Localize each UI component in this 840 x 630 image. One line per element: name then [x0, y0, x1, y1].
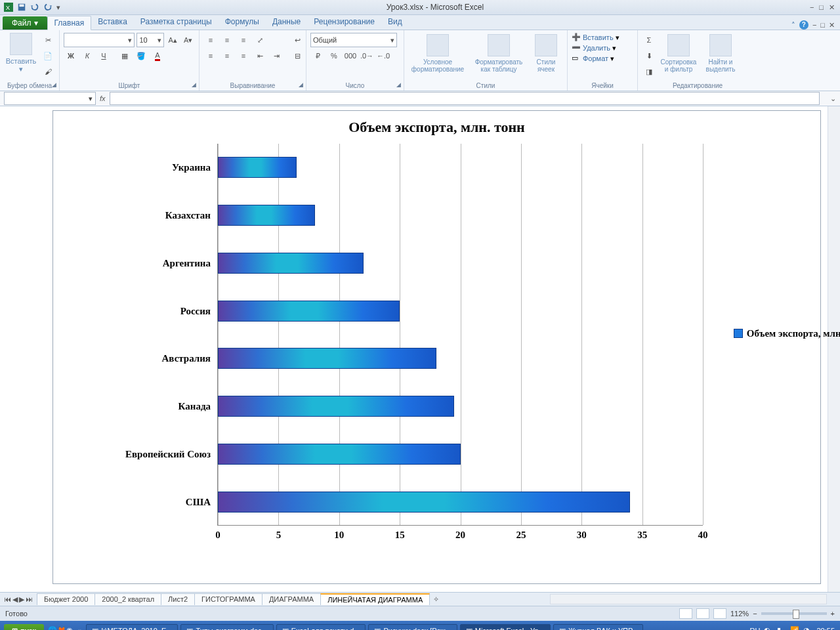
conditional-formatting-button[interactable]: Условное форматирование	[408, 32, 467, 75]
clock[interactable]: 20:55	[816, 627, 835, 630]
format-as-table-button[interactable]: Форматировать как таблицу	[470, 32, 528, 75]
chevron-down-icon[interactable]: ▾	[616, 33, 620, 42]
sheet-tab[interactable]: Бюджет 2000	[37, 593, 95, 605]
tray-icon[interactable]: ◔	[803, 626, 812, 630]
taskbar-item[interactable]: ▣Microsoft Excel - Ур...	[460, 624, 551, 631]
dialog-launcher-icon[interactable]: ◢	[190, 81, 198, 89]
sort-filter-button[interactable]: Сортировка и фильтр	[659, 32, 698, 75]
sheet-nav-first-icon[interactable]: ⏮	[4, 595, 11, 604]
formula-expand-icon[interactable]: ⌄	[830, 94, 840, 103]
formula-input[interactable]	[110, 92, 820, 105]
font-size-combo[interactable]: 10▾	[136, 33, 163, 47]
zoom-slider[interactable]	[761, 612, 827, 615]
zoom-level[interactable]: 112%	[730, 610, 749, 618]
tray-icon[interactable]: ▮	[777, 626, 786, 630]
sheet-tab[interactable]: ГИСТОГРАММА	[194, 593, 262, 605]
zoom-in-icon[interactable]: +	[831, 610, 835, 618]
taskbar-item[interactable]: ▣Excel для печати.d...	[276, 624, 366, 631]
ribbon-close-button[interactable]: ✕	[829, 21, 835, 30]
file-tab[interactable]: Файл▾	[3, 16, 47, 30]
name-box[interactable]: ▾	[4, 92, 96, 105]
fx-icon[interactable]: fx	[100, 94, 106, 102]
taskbar-item[interactable]: ▣Рисунки.docx [Реж...	[368, 624, 457, 631]
dialog-launcher-icon[interactable]: ◢	[394, 81, 402, 89]
ribbon-tab[interactable]: Разметка страницы	[134, 15, 219, 30]
autosum-icon[interactable]: Σ	[642, 33, 656, 47]
start-button[interactable]: ⊞пуск	[4, 624, 44, 631]
minimize-button[interactable]: −	[810, 3, 814, 12]
copy-icon[interactable]: 📄	[41, 49, 55, 63]
maximize-button[interactable]: □	[819, 3, 824, 12]
dialog-launcher-icon[interactable]: ◢	[297, 81, 304, 89]
dialog-launcher-icon[interactable]: ◢	[50, 81, 58, 89]
chart-object[interactable]: Объем экспорта, млн. тонн 05101520253035…	[52, 110, 821, 584]
bold-button[interactable]: Ж	[64, 49, 78, 63]
sheet-tab[interactable]: ЛИНЕЙЧАТАЯ ДИАГРАММА	[320, 593, 430, 605]
increase-decimal-icon[interactable]: .0→	[360, 49, 374, 63]
align-top-icon[interactable]: ≡	[203, 33, 218, 47]
ribbon-minimize-icon[interactable]: ˄	[791, 21, 795, 30]
ribbon-min-button[interactable]: −	[812, 21, 816, 29]
align-left-icon[interactable]: ≡	[203, 49, 218, 63]
merge-cells-icon[interactable]: ⊟	[290, 49, 304, 63]
format-label[interactable]: Формат	[583, 54, 608, 62]
percent-icon[interactable]: %	[327, 49, 341, 63]
fill-color-icon[interactable]: 🪣	[134, 49, 148, 63]
ribbon-tab[interactable]: Вставка	[91, 15, 134, 30]
tray-icon[interactable]: ◐	[764, 626, 773, 630]
font-name-combo[interactable]: ▾	[64, 33, 135, 47]
font-color-icon[interactable]: A	[150, 49, 165, 63]
sheet-tab[interactable]: Лист2	[161, 593, 195, 605]
delete-label[interactable]: Удалить	[583, 44, 610, 52]
paste-button[interactable]: Вставить ▾	[4, 32, 38, 75]
decrease-indent-icon[interactable]: ⇤	[253, 49, 267, 63]
clear-icon[interactable]: ◨	[642, 64, 656, 79]
normal-view-icon[interactable]	[679, 608, 692, 619]
vertical-scrollbar[interactable]	[828, 106, 840, 592]
ribbon-tab[interactable]: Рецензирование	[307, 15, 381, 30]
find-select-button[interactable]: Найти и выделить	[701, 32, 740, 75]
decrease-decimal-icon[interactable]: ←.0	[376, 49, 390, 63]
sheet-nav-next-icon[interactable]: ▶	[19, 595, 24, 604]
grow-font-icon[interactable]: A▴	[166, 33, 180, 47]
chrome-icon[interactable]: ◉	[66, 626, 75, 630]
align-middle-icon[interactable]: ≡	[220, 33, 234, 47]
language-indicator[interactable]: RU	[750, 627, 761, 630]
page-break-view-icon[interactable]	[713, 608, 726, 619]
close-button[interactable]: ✕	[829, 3, 835, 12]
save-icon[interactable]	[17, 3, 26, 12]
ie-icon[interactable]: 🌐	[48, 626, 57, 630]
fill-icon[interactable]: ⬇	[642, 49, 656, 63]
ribbon-max-button[interactable]: □	[820, 21, 825, 29]
zoom-out-icon[interactable]: −	[753, 610, 757, 618]
italic-button[interactable]: К	[80, 49, 94, 63]
chevron-down-icon[interactable]: ▾	[610, 54, 614, 63]
currency-icon[interactable]: ₽	[310, 49, 325, 63]
borders-icon[interactable]: ▦	[117, 49, 132, 63]
ribbon-tab[interactable]: Вид	[381, 15, 409, 30]
sheet-tab[interactable]: 2000_2 квартал	[94, 593, 161, 605]
sheet-tab[interactable]: ДИАГРАММА	[262, 593, 321, 605]
undo-icon[interactable]	[30, 3, 39, 12]
taskbar-item[interactable]: ▣I:\МЕТОДА_2010_E...	[86, 624, 178, 631]
taskbar-item[interactable]: ▣Журнал ВАК :: УПР...	[553, 624, 643, 631]
page-layout-view-icon[interactable]	[696, 608, 709, 619]
cut-icon[interactable]: ✂	[41, 33, 55, 47]
wrap-text-icon[interactable]: ↩	[290, 33, 304, 47]
sheet-nav-last-icon[interactable]: ⏭	[26, 595, 33, 604]
number-format-combo[interactable]: Общий▾	[310, 33, 397, 47]
taskbar-overflow-icon[interactable]: »	[75, 627, 85, 630]
redo-icon[interactable]	[43, 3, 52, 12]
format-painter-icon[interactable]: 🖌	[41, 64, 55, 79]
firefox-icon[interactable]: 🦊	[57, 626, 66, 630]
tray-icon[interactable]: 📶	[790, 626, 799, 630]
new-sheet-icon[interactable]: ✧	[429, 595, 443, 604]
align-bottom-icon[interactable]: ≡	[236, 33, 251, 47]
align-center-icon[interactable]: ≡	[220, 49, 234, 63]
ribbon-tab[interactable]: Данные	[266, 15, 307, 30]
align-right-icon[interactable]: ≡	[236, 49, 251, 63]
insert-label[interactable]: Вставить	[583, 33, 614, 41]
comma-icon[interactable]: 000	[343, 49, 358, 63]
cell-styles-button[interactable]: Стили ячеек	[530, 32, 562, 75]
sheet-nav-prev-icon[interactable]: ◀	[12, 595, 18, 604]
